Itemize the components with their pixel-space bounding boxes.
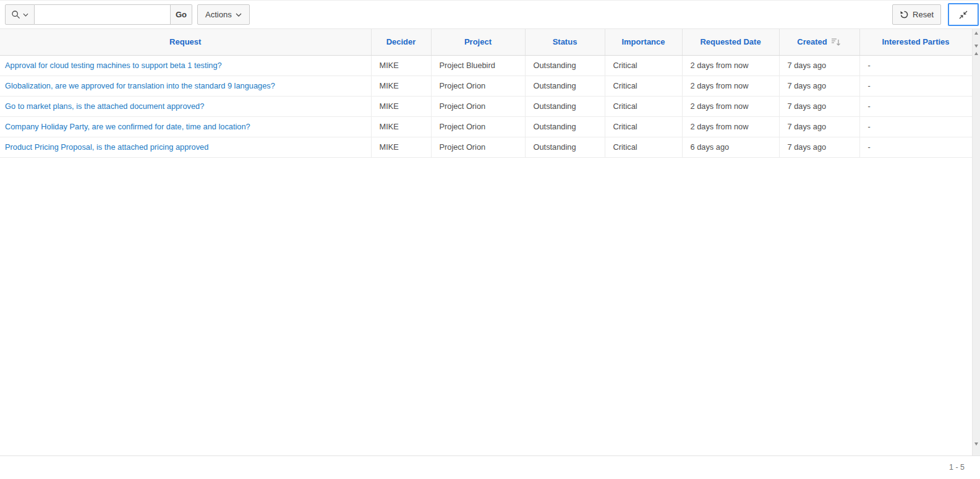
cell-interested-parties: - (859, 96, 972, 116)
column-header-importance[interactable]: Importance (605, 29, 682, 55)
search-input[interactable] (35, 4, 171, 25)
cell-project: Project Bluebird (431, 55, 525, 76)
header-row: Request Decider Project Status Importanc… (0, 29, 972, 55)
request-link[interactable]: Company Holiday Party, are we confirmed … (5, 122, 250, 131)
cell-importance: Critical (605, 96, 682, 116)
scrollbar-down-icon[interactable] (974, 45, 978, 48)
column-header-requested-date[interactable]: Requested Date (682, 29, 779, 55)
actions-button[interactable]: Actions (197, 4, 250, 25)
request-link[interactable]: Approval for cloud testing machines to s… (5, 61, 222, 70)
table-row: Company Holiday Party, are we confirmed … (0, 116, 972, 137)
report-body: Request Decider Project Status Importanc… (0, 29, 980, 456)
reset-button-label: Reset (913, 10, 934, 19)
cell-requested-date: 2 days from now (682, 116, 779, 137)
cell-requested-date: 2 days from now (682, 96, 779, 116)
chevron-down-icon (236, 13, 242, 17)
cell-project: Project Orion (431, 76, 525, 96)
cell-interested-parties: - (859, 55, 972, 76)
cell-created: 7 days ago (779, 137, 859, 157)
cell-project: Project Orion (431, 137, 525, 157)
cell-created: 7 days ago (779, 76, 859, 96)
report-table: Request Decider Project Status Importanc… (0, 29, 973, 158)
search-options-button[interactable] (5, 4, 35, 25)
cell-importance: Critical (605, 116, 682, 137)
table-row: Globalization, are we approved for trans… (0, 76, 972, 96)
cell-status: Outstanding (525, 137, 605, 157)
scrollbar-up-icon[interactable] (974, 52, 978, 55)
table-row: Approval for cloud testing machines to s… (0, 55, 972, 76)
cell-interested-parties: - (859, 116, 972, 137)
go-button[interactable]: Go (171, 4, 192, 25)
chevron-down-icon (23, 13, 28, 17)
cell-decider: MIKE (371, 76, 431, 96)
sort-descending-icon (831, 37, 842, 46)
cell-interested-parties: - (859, 137, 972, 157)
scrollbar-up-icon[interactable] (974, 32, 978, 35)
vertical-scrollbar[interactable] (972, 29, 980, 455)
cell-requested-date: 2 days from now (682, 55, 779, 76)
cell-decider: MIKE (371, 116, 431, 137)
collapse-arrows-icon (958, 10, 968, 20)
cell-importance: Critical (605, 76, 682, 96)
cell-request: Company Holiday Party, are we confirmed … (0, 116, 371, 137)
column-header-request[interactable]: Request (0, 29, 371, 55)
report-footer: 1 - 5 (0, 456, 980, 478)
cell-request: Go to market plans, is the attached docu… (0, 96, 371, 116)
cell-requested-date: 6 days ago (682, 137, 779, 157)
column-header-status[interactable]: Status (525, 29, 605, 55)
table-row: Go to market plans, is the attached docu… (0, 96, 972, 116)
cell-project: Project Orion (431, 116, 525, 137)
table-row: Product Pricing Proposal, is the attache… (0, 137, 972, 157)
cell-interested-parties: - (859, 76, 972, 96)
cell-decider: MIKE (371, 96, 431, 116)
search-bar: Go (5, 4, 192, 25)
pagination-label: 1 - 5 (949, 463, 965, 472)
column-header-created-label: Created (797, 37, 827, 46)
cell-created: 7 days ago (779, 55, 859, 76)
cell-status: Outstanding (525, 55, 605, 76)
cell-status: Outstanding (525, 116, 605, 137)
cell-project: Project Orion (431, 96, 525, 116)
request-link[interactable]: Product Pricing Proposal, is the attache… (5, 142, 208, 152)
request-link[interactable]: Globalization, are we approved for trans… (5, 81, 275, 90)
scrollbar-down-icon[interactable] (974, 442, 978, 446)
column-header-decider[interactable]: Decider (371, 29, 431, 55)
cell-request: Globalization, are we approved for trans… (0, 76, 371, 96)
cell-importance: Critical (605, 137, 682, 157)
interactive-report-region: Go Actions Reset (0, 0, 980, 478)
cell-created: 7 days ago (779, 96, 859, 116)
column-header-interested-parties[interactable]: Interested Parties (859, 29, 972, 55)
cell-status: Outstanding (525, 96, 605, 116)
cell-request: Approval for cloud testing machines to s… (0, 55, 371, 76)
cell-decider: MIKE (371, 137, 431, 157)
reset-icon (900, 10, 909, 19)
report-toolbar: Go Actions Reset (0, 0, 980, 29)
cell-created: 7 days ago (779, 116, 859, 137)
column-header-project[interactable]: Project (431, 29, 525, 55)
cell-status: Outstanding (525, 76, 605, 96)
cell-request: Product Pricing Proposal, is the attache… (0, 137, 371, 157)
search-icon (11, 10, 21, 20)
cell-importance: Critical (605, 55, 682, 76)
reset-button[interactable]: Reset (892, 4, 941, 25)
column-header-created[interactable]: Created (779, 29, 859, 55)
maximize-toggle-button[interactable] (948, 3, 979, 26)
cell-decider: MIKE (371, 55, 431, 76)
actions-button-label: Actions (205, 10, 232, 19)
cell-requested-date: 2 days from now (682, 76, 779, 96)
request-link[interactable]: Go to market plans, is the attached docu… (5, 101, 204, 111)
